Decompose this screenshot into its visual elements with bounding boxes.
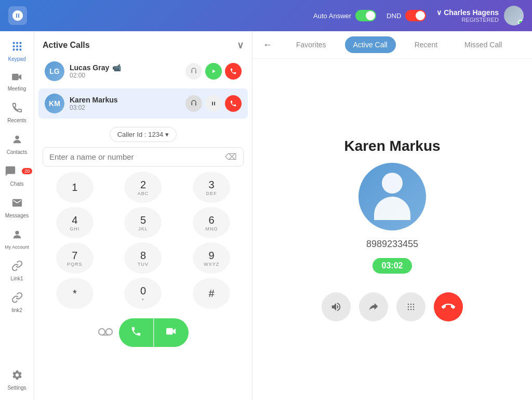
svg-point-22 [408, 308, 409, 310]
sidebar-item-messages[interactable]: Messages [2, 193, 33, 223]
forward-btn[interactable] [359, 292, 388, 321]
svg-point-21 [413, 306, 415, 307]
user-name: ∨ Charles Hagens [436, 8, 499, 17]
user-details: ∨ Charles Hagens REGISTERED [436, 8, 499, 23]
caller-id-select[interactable]: Caller Id : 1234 ▾ [110, 127, 177, 142]
dial-key-5[interactable]: 5JKL [124, 207, 162, 238]
keypad-icon [11, 41, 23, 55]
tab-recent[interactable]: Recent [406, 36, 446, 53]
header-right: Auto Answer DND ∨ Charles Hagens REGISTE… [313, 6, 524, 25]
active-call-name: Karen Markus [344, 138, 440, 154]
active-calls-collapse[interactable]: ∨ [237, 40, 244, 51]
end-btn-karen[interactable] [225, 95, 242, 112]
sidebar-item-settings[interactable]: Settings [2, 365, 33, 395]
dnd-toggle[interactable] [405, 10, 426, 21]
active-call-number: 8989233455 [366, 239, 418, 250]
sidebar-item-link2[interactable]: link2 [2, 288, 33, 317]
svg-point-16 [408, 303, 409, 305]
dialpad-grid: 1 2ABC 3DEF 4GHI 5JKL 6MNO 7PQRS 8TUV 9W… [43, 172, 244, 309]
end-btn-lucas[interactable] [225, 63, 242, 80]
left-panel: Active Calls ∨ LG Lucas Gray 📹 02:00 [34, 31, 252, 400]
sidebar-item-link1[interactable]: Link1 [2, 256, 33, 286]
svg-point-18 [413, 303, 415, 305]
svg-rect-3 [12, 45, 15, 47]
call-item-lucas: LG Lucas Gray 📹 02:00 [38, 56, 248, 86]
svg-point-24 [413, 308, 415, 310]
dnd-label: DND [387, 12, 401, 20]
dial-key-6[interactable]: 6MNO [193, 207, 230, 238]
sidebar-item-label: Messages [5, 213, 29, 218]
dial-key-hash[interactable]: # [193, 278, 230, 309]
hangup-btn[interactable] [434, 292, 463, 321]
voicemail-icon[interactable] [98, 326, 113, 340]
sidebar: Keypad Meeting Recents [0, 31, 34, 400]
call-avatar-karen: KM [45, 94, 64, 113]
caller-id-chevron: ▾ [165, 131, 169, 138]
sidebar-item-account[interactable]: My Account [2, 225, 33, 254]
dial-key-0[interactable]: 0+ [124, 278, 162, 309]
link2-icon [11, 292, 23, 306]
sidebar-item-contacts[interactable]: Contacts [2, 130, 33, 159]
call-avatar-lucas: LG [45, 61, 64, 81]
svg-rect-7 [16, 49, 18, 51]
svg-point-10 [15, 136, 19, 139]
phone-call-btn[interactable] [119, 318, 153, 347]
svg-rect-8 [19, 49, 21, 51]
speaker-btn[interactable] [322, 292, 351, 321]
video-call-btn[interactable] [154, 318, 189, 347]
auto-answer-toggle[interactable] [355, 10, 376, 21]
active-call-view: Karen Markus 8989233455 03:02 [252, 59, 532, 400]
tab-missed-call[interactable]: Missed Call [456, 36, 510, 53]
tab-favorites[interactable]: Favorites [288, 36, 335, 53]
dial-key-2[interactable]: 2ABC [124, 172, 162, 203]
call-info-lucas: Lucas Gray 📹 02:00 [70, 63, 180, 79]
sidebar-item-label: Chats [10, 181, 23, 187]
dial-key-star[interactable]: * [56, 278, 94, 309]
sidebar-item-meeting[interactable]: Meeting [2, 68, 33, 96]
sidebar-item-recents[interactable]: Recents [2, 98, 33, 127]
settings-icon [11, 369, 23, 383]
caller-id-row: Caller Id : 1234 ▾ [43, 127, 244, 142]
dial-key-4[interactable]: 4GHI [56, 207, 94, 238]
svg-point-17 [410, 303, 412, 305]
svg-point-11 [15, 231, 19, 235]
dial-key-7[interactable]: 7PQRS [56, 242, 94, 274]
active-call-avatar [358, 163, 426, 230]
sidebar-item-keypad[interactable]: Keypad [2, 36, 33, 66]
dial-key-3[interactable]: 3DEF [193, 172, 230, 203]
svg-rect-2 [19, 42, 21, 44]
meeting-icon [11, 72, 23, 84]
svg-rect-0 [12, 42, 15, 44]
user-status: REGISTERED [436, 17, 499, 23]
pause-btn-karen[interactable] [205, 95, 222, 112]
mute-btn-lucas[interactable] [185, 63, 202, 80]
dial-key-1[interactable]: 1 [56, 172, 94, 203]
sidebar-item-chats[interactable]: 20 Chats [2, 161, 33, 191]
svg-point-12 [98, 328, 104, 334]
active-calls-title: Active Calls [43, 41, 90, 50]
dial-key-8[interactable]: 8TUV [124, 242, 162, 274]
number-input[interactable] [49, 152, 225, 161]
call-button [119, 318, 189, 347]
dialpad-btn[interactable] [396, 292, 425, 321]
resume-btn-lucas[interactable] [205, 63, 222, 80]
svg-rect-4 [16, 45, 18, 47]
right-tabs: ← Favorites Active Call Recent Missed Ca… [252, 31, 532, 59]
call-time-lucas: 02:00 [70, 72, 180, 79]
tab-active-call[interactable]: Active Call [345, 36, 396, 53]
app-logo [8, 6, 27, 25]
right-panel: ← Favorites Active Call Recent Missed Ca… [252, 31, 532, 400]
call-item-karen: KM Karen Markus 03:02 [38, 88, 248, 119]
back-button[interactable]: ← [263, 40, 272, 50]
svg-point-19 [408, 306, 409, 307]
svg-point-23 [410, 308, 412, 310]
sidebar-item-label: Contacts [7, 149, 27, 155]
auto-answer-control: Auto Answer [313, 10, 376, 21]
clear-input-btn[interactable]: ⌫ [225, 152, 237, 162]
sidebar-item-label: Recents [7, 118, 26, 123]
user-info[interactable]: ∨ Charles Hagens REGISTERED [436, 6, 524, 25]
avatar [504, 6, 524, 25]
mute-btn-karen[interactable] [185, 95, 202, 112]
dial-key-9[interactable]: 9WXYZ [193, 242, 230, 274]
svg-rect-9 [12, 74, 19, 81]
